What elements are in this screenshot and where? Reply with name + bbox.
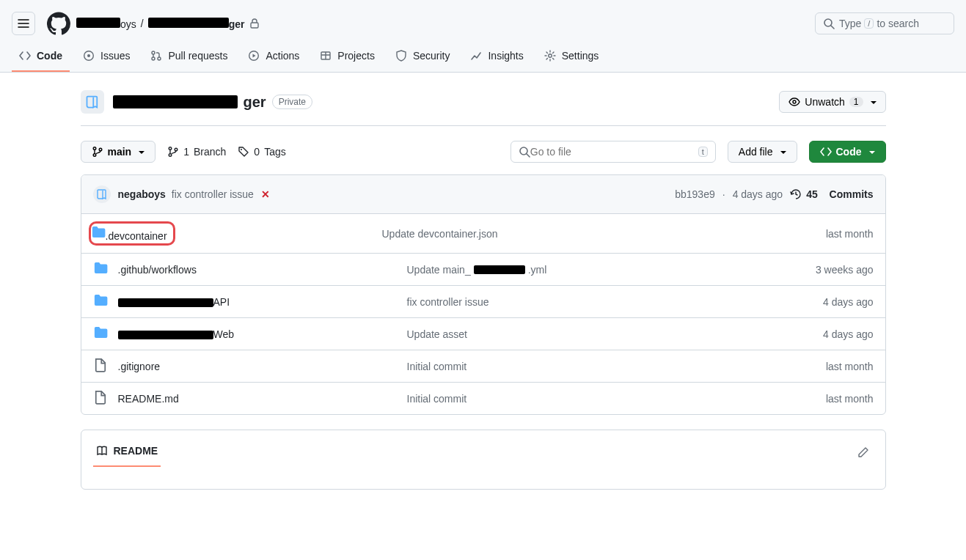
file-commit-message[interactable]: Update asset [407,328,813,340]
file-commit-time: 4 days ago [823,296,874,308]
search-placeholder-post: to search [877,18,919,29]
github-logo[interactable] [47,12,70,35]
commit-author[interactable]: negaboys [118,188,166,200]
code-icon [19,50,31,62]
file-commit-time: 4 days ago [823,328,874,340]
table-icon [320,50,332,62]
file-commit-time: 3 weeks ago [816,264,874,276]
file-commit-time: last month [826,228,874,240]
file-name: API [118,296,397,308]
file-commit-message[interactable]: Update main_.yml [407,264,805,276]
readme-section: README [81,430,886,490]
owner-avatar[interactable] [81,90,104,114]
search-kbd: / [864,18,874,29]
tab-security[interactable]: Security [388,41,458,72]
chevron-down-icon [868,96,877,108]
repo-icon [96,188,108,200]
go-to-file: t [511,141,716,163]
shield-icon [395,50,407,62]
branches-link[interactable]: 1Branch [167,146,226,158]
file-commit-message[interactable]: Initial commit [407,361,816,372]
issue-icon [83,50,95,62]
file-link[interactable]: README.md [118,393,179,405]
folder-icon [93,261,108,278]
commits-link[interactable]: 45 Commits [790,188,873,200]
file-row: APIfix controller issue4 days ago [81,286,885,318]
file-list: negaboys fix controller issue ✕ bb193e9 … [81,174,886,415]
tag-icon [238,146,249,158]
action-row: main 1Branch 0Tags t Add file Code [81,141,886,163]
breadcrumb-repo[interactable]: ger [148,18,245,30]
search-icon [823,18,835,29]
pull-request-icon [150,50,162,62]
folder-icon [93,293,108,310]
visibility-badge: Private [272,95,312,109]
file-row: README.mdInitial commitlast month [81,383,885,414]
pencil-icon [857,446,869,458]
highlight-annotation: .devcontainer [89,221,175,246]
play-icon [248,50,260,62]
book-icon [96,445,108,457]
file-link[interactable]: Web [118,328,235,340]
file-link[interactable]: .gitignore [118,361,161,372]
folder-icon [93,325,108,342]
unwatch-button[interactable]: Unwatch 1 [779,91,885,113]
chevron-down-icon [866,146,875,158]
file-link[interactable]: .devcontainer [106,230,167,242]
go-to-file-kbd: t [698,147,708,157]
lock-icon [249,18,260,29]
global-search[interactable]: Type / to search [815,12,954,34]
chevron-down-icon [136,146,144,158]
commit-author-avatar[interactable] [93,185,111,203]
file-link[interactable]: .github/workflows [118,264,197,276]
edit-readme-button[interactable] [853,442,874,465]
readme-tab[interactable]: README [93,439,161,467]
file-name: .gitignore [118,361,397,372]
file-name: .github/workflows [118,264,397,276]
branch-select-button[interactable]: main [81,141,156,163]
latest-commit-row: negaboys fix controller issue ✕ bb193e9 … [81,175,885,214]
repo-title: ger [113,94,266,111]
tab-issues[interactable]: Issues [76,41,137,72]
file-icon [93,390,108,407]
tab-insights[interactable]: Insights [463,41,530,72]
history-icon [790,188,802,200]
eye-icon [788,96,800,108]
github-icon [47,12,70,35]
commit-sha[interactable]: bb193e9 [675,188,715,200]
file-commit-message[interactable]: Update devcontainer.json [382,228,816,240]
tags-link[interactable]: 0Tags [238,146,285,158]
add-file-button[interactable]: Add file [728,141,797,163]
repo-icon [85,95,100,109]
branch-icon [92,146,103,158]
file-name: README.md [118,393,397,405]
file-commit-message[interactable]: Initial commit [407,393,816,405]
search-placeholder-pre: Type [839,18,861,29]
menu-button[interactable] [12,12,35,35]
file-row: .gitignoreInitial commitlast month [81,350,885,383]
go-to-file-input[interactable] [530,146,698,158]
chevron-down-icon [777,146,786,158]
file-commit-message[interactable]: fix controller issue [407,296,813,308]
code-button[interactable]: Code [809,141,886,163]
graph-icon [470,50,482,62]
ci-status-fail-icon[interactable]: ✕ [261,188,270,200]
commit-message[interactable]: fix controller issue [172,188,254,200]
watch-count: 1 [849,97,863,107]
top-bar: oys / ger Type / to search [0,0,966,41]
file-name: Web [118,328,397,340]
bars-icon [18,18,29,29]
commit-when[interactable]: 4 days ago [733,188,783,200]
tab-pull-requests[interactable]: Pull requests [143,41,235,72]
tab-projects[interactable]: Projects [312,41,382,72]
tab-settings[interactable]: Settings [537,41,607,72]
file-link[interactable]: API [118,296,230,308]
breadcrumb-owner[interactable]: oys [76,18,136,30]
breadcrumb: oys / ger [76,18,260,30]
tab-code[interactable]: Code [12,41,70,72]
file-commit-time: last month [826,393,874,405]
branch-icon [167,146,179,158]
file-row: .devcontainerUpdate devcontainer.jsonlas… [81,214,885,254]
go-to-file-input-wrap[interactable]: t [511,141,716,163]
tab-actions[interactable]: Actions [241,41,307,72]
